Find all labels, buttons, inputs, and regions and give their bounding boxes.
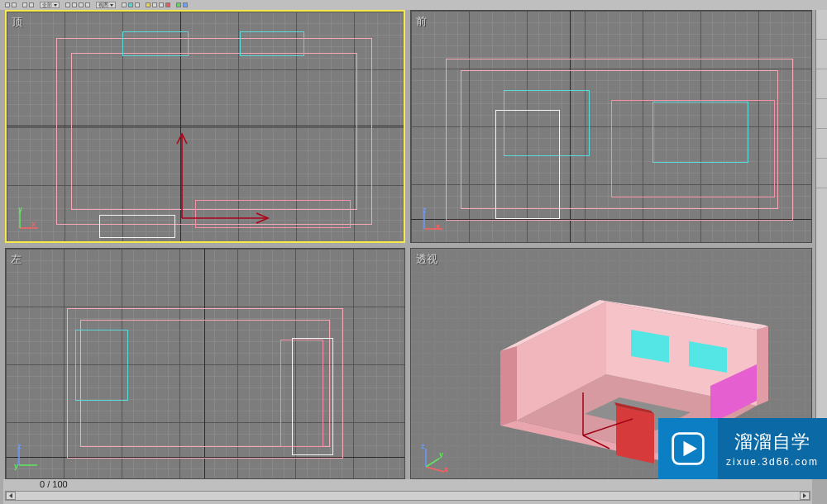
toolbar-coord-label: 视图 bbox=[98, 2, 108, 8]
axis-z-label: z bbox=[17, 442, 22, 450]
chevron-down-icon bbox=[110, 4, 113, 7]
svg-line-25 bbox=[583, 435, 609, 449]
axis-x-label: x bbox=[444, 465, 448, 473]
chevron-down-icon bbox=[54, 4, 57, 7]
axis-gizmo-icon: x z bbox=[419, 206, 447, 234]
timeline-bar: 0 / 100 bbox=[3, 479, 812, 504]
viewport-label-perspective: 透视 bbox=[416, 252, 437, 267]
toolbar-undo-icon[interactable] bbox=[5, 2, 10, 7]
timeline-scrollbar[interactable] bbox=[5, 491, 810, 501]
toolbar-snap-icon[interactable] bbox=[122, 2, 127, 7]
scroll-left-button[interactable] bbox=[6, 492, 16, 500]
panel-tab-motion-icon[interactable] bbox=[816, 99, 827, 129]
toolbar-move-icon[interactable] bbox=[72, 2, 77, 7]
axis-gizmo-icon: x y z bbox=[419, 442, 447, 470]
axis-gizmo-icon: z y bbox=[14, 442, 42, 470]
toolbar-redo-icon[interactable] bbox=[12, 2, 17, 7]
viewport-perspective[interactable]: 透视 bbox=[410, 248, 812, 479]
svg-line-27 bbox=[426, 459, 439, 467]
toolbar-filter-dropdown[interactable]: 全部 bbox=[40, 2, 60, 8]
viewport-label-top: 顶 bbox=[12, 15, 22, 30]
axis-z-label: z bbox=[421, 442, 425, 450]
toolbar-align-icon[interactable] bbox=[135, 2, 140, 7]
panel-tab-hierarchy-icon[interactable] bbox=[816, 69, 827, 99]
toolbar-quickrender-icon[interactable] bbox=[183, 2, 188, 7]
axis-z-label: z bbox=[423, 206, 427, 214]
axis-y-label: y bbox=[14, 462, 18, 470]
toolbar-material-icon[interactable] bbox=[165, 2, 170, 7]
svg-line-26 bbox=[426, 467, 444, 472]
scroll-right-button[interactable] bbox=[800, 492, 810, 500]
axis-x-label: x bbox=[31, 220, 36, 228]
toolbar-scale-icon[interactable] bbox=[85, 2, 90, 7]
panel-tab-modify-icon[interactable] bbox=[816, 40, 827, 69]
transform-gizmo-icon[interactable] bbox=[175, 111, 299, 235]
toolbar-select-icon[interactable] bbox=[65, 2, 70, 7]
toolbar-filter-label: 全部 bbox=[42, 2, 52, 8]
wire-window-1 bbox=[122, 31, 189, 56]
timeline-frame-display: 0 / 100 bbox=[40, 479, 68, 489]
viewport-front[interactable]: 前 x z bbox=[410, 10, 812, 243]
transform-gizmo-icon[interactable] bbox=[575, 386, 657, 452]
wire-door bbox=[495, 110, 560, 219]
toolbar-unlink-icon[interactable] bbox=[29, 2, 34, 7]
toolbar-mirror-icon[interactable] bbox=[128, 2, 133, 7]
toolbar-render-icon[interactable] bbox=[176, 2, 181, 7]
wire-door bbox=[99, 215, 175, 238]
wire-window-2 bbox=[653, 102, 748, 163]
viewport-label-left: 左 bbox=[11, 252, 22, 267]
toolbar-coord-dropdown[interactable]: 视图 bbox=[96, 2, 116, 8]
wire-window bbox=[75, 330, 128, 401]
svg-marker-13 bbox=[757, 326, 768, 406]
axis-y-label: y bbox=[18, 205, 22, 213]
toolbar-curve-icon[interactable] bbox=[152, 2, 157, 7]
viewport-left[interactable]: 左 z y bbox=[5, 248, 405, 479]
panel-tab-create-icon[interactable] bbox=[816, 10, 827, 40]
wire-door bbox=[292, 338, 333, 455]
panel-tab-display-icon[interactable] bbox=[816, 129, 827, 159]
viewport-top[interactable]: 顶 x y bbox=[5, 10, 405, 243]
toolbar-schematic-icon[interactable] bbox=[159, 2, 164, 7]
command-panel[interactable] bbox=[815, 10, 827, 479]
toolbar-layer-icon[interactable] bbox=[146, 2, 151, 7]
panel-tab-utilities-icon[interactable] bbox=[816, 159, 827, 188]
axis-x-label: x bbox=[436, 222, 440, 231]
axis-gizmo-icon: x y bbox=[15, 205, 43, 233]
viewport-area: 顶 x y 前 bbox=[5, 10, 812, 479]
toolbar-link-icon[interactable] bbox=[22, 2, 27, 7]
viewport-label-front: 前 bbox=[416, 14, 427, 29]
wire-window-2 bbox=[240, 31, 304, 56]
svg-marker-11 bbox=[500, 346, 517, 426]
axis-y-label: y bbox=[439, 450, 443, 459]
svg-line-24 bbox=[583, 419, 633, 435]
main-toolbar: 全部 视图 bbox=[0, 0, 827, 10]
toolbar-rotate-icon[interactable] bbox=[79, 2, 84, 7]
